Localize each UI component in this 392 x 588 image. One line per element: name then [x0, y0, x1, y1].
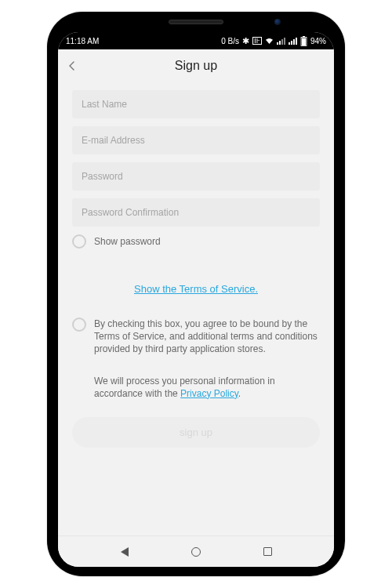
content-area: Show password Show the Terms of Service.…	[58, 82, 334, 535]
status-battery-pct: 94%	[310, 37, 326, 45]
privacy-suffix: .	[238, 388, 241, 399]
password-field[interactable]	[72, 162, 320, 191]
screen: 11:18 AM 0 B/s ✱ ⊪ 94%	[58, 32, 334, 567]
signal-icon-2	[289, 38, 297, 45]
last-name-field[interactable]	[72, 90, 320, 118]
front-camera	[274, 19, 281, 25]
password-confirm-field[interactable]	[72, 198, 320, 227]
agree-row: By checking this box, you agree to be bo…	[72, 318, 320, 356]
agree-text: By checking this box, you agree to be bo…	[94, 318, 320, 356]
svg-rect-2	[302, 38, 306, 45]
app-header: Sign up	[58, 49, 334, 82]
page-title: Sign up	[66, 59, 326, 73]
android-nav-bar	[58, 535, 334, 567]
sign-up-button[interactable]: sign up	[72, 417, 320, 448]
terms-of-service-link[interactable]: Show the Terms of Service.	[134, 283, 258, 295]
show-password-row: Show password	[72, 234, 320, 249]
signal-icon-1	[277, 38, 285, 45]
nav-back-icon[interactable]	[119, 546, 130, 557]
earpiece	[169, 20, 223, 24]
show-password-label: Show password	[94, 236, 161, 247]
battery-icon	[300, 36, 307, 46]
status-time: 11:18 AM	[66, 37, 99, 45]
status-bar: 11:18 AM 0 B/s ✱ ⊪ 94%	[58, 32, 334, 49]
wifi-icon	[265, 37, 274, 45]
show-password-checkbox[interactable]	[72, 234, 86, 249]
status-net-speed: 0 B/s	[221, 37, 239, 45]
email-field[interactable]	[72, 126, 320, 154]
nav-recent-icon[interactable]	[263, 546, 274, 557]
bluetooth-icon: ✱	[242, 36, 249, 46]
agree-checkbox[interactable]	[72, 318, 86, 332]
status-right: 0 B/s ✱ ⊪ 94%	[221, 36, 326, 46]
tos-link-wrap: Show the Terms of Service.	[72, 281, 320, 296]
nav-home-icon[interactable]	[191, 546, 201, 557]
privacy-block: We will process you personal information…	[72, 375, 320, 400]
privacy-policy-link[interactable]: Privacy Policy	[180, 388, 238, 399]
phone-frame: 11:18 AM 0 B/s ✱ ⊪ 94%	[47, 12, 345, 576]
vibrate-icon: ⊪	[252, 37, 262, 45]
